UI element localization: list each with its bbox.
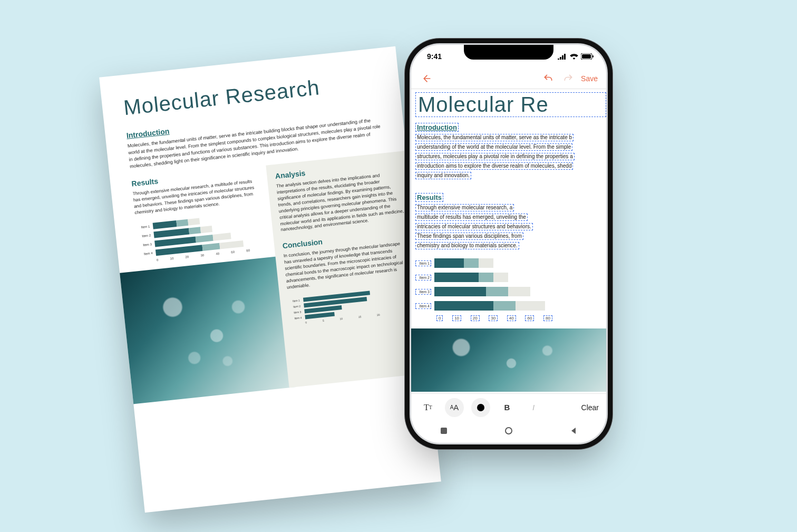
bar-label-selected[interactable]: Item 1: [415, 260, 431, 266]
cellular-icon: [558, 53, 567, 60]
bar-label: Item 2: [137, 234, 151, 238]
status-icons: [558, 53, 594, 60]
bold-button[interactable]: B: [498, 398, 517, 417]
svg-rect-3: [441, 428, 447, 434]
bar-label: Item 1: [136, 225, 150, 229]
svg-rect-2: [592, 55, 594, 57]
status-time: 9:41: [427, 52, 442, 61]
phone-mockup: 9:41 Save Molecular Re Introduction Mole…: [411, 45, 606, 443]
conclusion-bar-chart: Item 1 Item 2 Item 3 Item 4 0 5 10 15 20: [288, 290, 380, 325]
bar-label: Item 2: [289, 304, 301, 308]
left-column: Results Through extensive molecular rese…: [131, 167, 278, 402]
svg-point-4: [506, 428, 512, 434]
nav-recent-button[interactable]: [440, 427, 448, 437]
canvas-intro-heading[interactable]: Introduction: [415, 123, 459, 132]
editor-toolbar: Save: [411, 68, 606, 89]
bar-label: Item 3: [138, 243, 152, 247]
text-size-button[interactable]: TT: [419, 398, 438, 417]
canvas-results-heading[interactable]: Results: [415, 193, 443, 202]
italic-button[interactable]: I: [524, 398, 543, 417]
system-nav-bar: [411, 421, 606, 443]
phone-notch: [464, 45, 553, 60]
undo-button[interactable]: [541, 71, 556, 86]
redo-icon: [563, 73, 574, 84]
bar-label: Item 1: [288, 298, 300, 303]
bar-label-selected[interactable]: Item 3: [415, 289, 431, 295]
two-column-layout: Results Through extensive molecular rese…: [131, 153, 409, 402]
undo-icon: [543, 73, 553, 84]
save-button[interactable]: Save: [581, 74, 598, 83]
nav-back-button[interactable]: [570, 427, 577, 437]
analysis-body: The analysis section delves into the imp…: [276, 170, 405, 233]
color-fill-button[interactable]: [471, 398, 490, 417]
right-column: Analysis The analysis section delves int…: [266, 151, 430, 388]
document-sheet: Molecular Research Introduction Molecule…: [99, 46, 441, 513]
bar-label: Item 4: [139, 252, 152, 256]
format-toolbar: TT AA B I Clear: [411, 393, 606, 421]
editor-canvas[interactable]: Molecular Re Introduction Molecules, the…: [411, 89, 606, 393]
canvas-molecule-illustration[interactable]: [411, 328, 606, 392]
redo-button[interactable]: [561, 71, 576, 86]
arrow-left-icon: [422, 73, 432, 84]
battery-icon: [581, 53, 594, 60]
canvas-bar-chart[interactable]: Item 1 Item 2 Item 3 Item 4 0 10 20 30 4…: [415, 258, 552, 321]
clear-button[interactable]: Clear: [581, 403, 599, 412]
canvas-title-selected[interactable]: Molecular Re: [415, 92, 606, 117]
back-button[interactable]: [420, 71, 434, 86]
canvas-chart-axis[interactable]: 0 10 20 30 40 60 80: [436, 315, 552, 321]
canvas-results-body[interactable]: Through extensive molecular research, a …: [415, 204, 606, 251]
bar-label: Item 3: [289, 310, 302, 314]
bar-label-selected[interactable]: Item 2: [415, 275, 431, 280]
results-bar-chart: Item 1 Item 2 Item 3 Item 4 0 10 20 30 4…: [136, 213, 250, 264]
canvas-intro-body[interactable]: Molecules, the fundamental units of matt…: [415, 133, 606, 181]
svg-rect-1: [582, 54, 591, 59]
nav-home-button[interactable]: [505, 427, 512, 437]
molecule-illustration: [120, 256, 296, 404]
text-case-button[interactable]: AA: [445, 398, 464, 417]
wifi-icon: [570, 53, 578, 60]
bar-label: Item 4: [290, 316, 302, 320]
bar-label-selected[interactable]: Item 4: [415, 303, 431, 309]
